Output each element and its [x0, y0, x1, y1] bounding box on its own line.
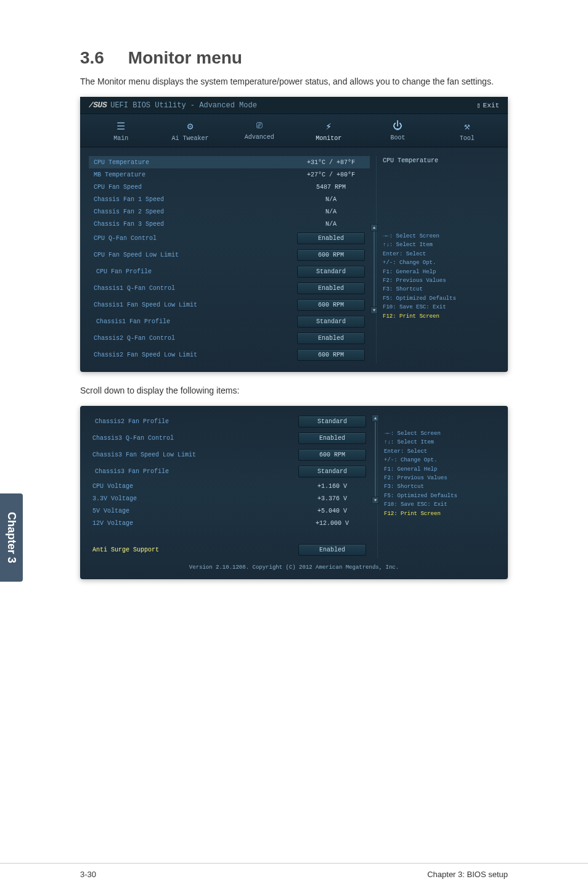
help-line: ↑↓: Select Item: [384, 438, 500, 447]
setting-row[interactable]: [88, 529, 371, 542]
tab-ai-tweaker[interactable]: ⚙ Ai Tweaker: [155, 114, 224, 147]
setting-label: CPU Fan Speed Low Limit: [94, 252, 297, 258]
setting-row[interactable]: Chassis Fan 1 SpeedN/A: [89, 193, 370, 205]
setting-row[interactable]: Chassis1 Q-Fan ControlEnabled: [89, 280, 370, 297]
help-line: +/-: Change Opt.: [384, 456, 500, 464]
setting-label: Chassis2 Fan Speed Low Limit: [94, 352, 297, 358]
setting-row[interactable]: Chassis3 Q-Fan ControlEnabled: [88, 430, 371, 447]
setting-row[interactable]: 12V Voltage+12.000 V: [88, 517, 371, 529]
setting-label: MB Temperature: [94, 171, 297, 178]
setting-row[interactable]: Chassis2 Q-Fan ControlEnabled: [89, 330, 370, 347]
setting-row[interactable]: Chassis3 Fan Speed Low Limit600 RPM: [88, 447, 371, 463]
tab-label: Advanced: [245, 134, 274, 141]
scroll-track[interactable]: [375, 422, 376, 497]
page-number: 3-30: [80, 870, 96, 879]
setting-value: N/A: [297, 208, 365, 215]
setting-value-dropdown[interactable]: Enabled: [297, 332, 365, 344]
setting-label: Chassis2 Q-Fan Control: [94, 335, 297, 342]
help-line: F3: Shortcut: [383, 285, 499, 294]
setting-value: 5487 RPM: [297, 184, 365, 191]
setting-value-dropdown[interactable]: Standard: [297, 316, 365, 328]
setting-label: CPU Q-Fan Control: [94, 235, 297, 242]
setting-row[interactable]: Anti Surge SupportEnabled: [88, 542, 371, 558]
setting-label: Chassis1 Fan Profile: [94, 318, 297, 325]
bios-help-panel: →←: Select Screen↑↓: Select ItemEnter: S…: [377, 413, 500, 558]
help-title: CPU Temperature: [383, 156, 499, 170]
section-title-text: Monitor menu: [128, 48, 242, 67]
setting-row[interactable]: MB Temperature+27°C / +80°F: [89, 168, 370, 181]
setting-label: 5V Voltage: [92, 508, 298, 514]
bios-help-panel: CPU Temperature →←: Select Screen↑↓: Sel…: [376, 156, 499, 363]
section-heading: 3.6 Monitor menu: [80, 48, 508, 68]
help-line: Enter: Select: [384, 447, 500, 456]
tab-tool[interactable]: ⚒ Tool: [433, 114, 502, 147]
setting-row[interactable]: Chassis2 Fan ProfileStandard: [88, 413, 371, 430]
setting-row[interactable]: 3.3V Voltage+3.376 V: [88, 492, 371, 505]
setting-row[interactable]: Chassis Fan 3 SpeedN/A: [89, 218, 370, 230]
setting-label: CPU Voltage: [92, 483, 298, 490]
tab-boot[interactable]: ⏻ Boot: [363, 114, 432, 147]
bios-settings-list-lower: Chassis2 Fan ProfileStandardChassis3 Q-F…: [88, 413, 377, 558]
setting-row[interactable]: CPU Fan Speed Low Limit600 RPM: [89, 247, 370, 263]
setting-label: 12V Voltage: [92, 520, 298, 527]
tab-main[interactable]: ☰ Main: [86, 114, 155, 147]
section-number: 3.6: [80, 48, 104, 67]
setting-label: CPU Fan Profile: [94, 268, 297, 275]
tab-label: Boot: [390, 134, 405, 141]
tab-monitor[interactable]: ⚡ Monitor: [294, 114, 363, 147]
setting-label: CPU Fan Speed: [94, 184, 297, 191]
tool-icon: ⚒: [433, 120, 502, 133]
bios-brand-logo: /SUS: [89, 101, 107, 110]
help-line: →←: Select Screen: [384, 429, 500, 438]
setting-value-dropdown[interactable]: Standard: [298, 466, 366, 477]
setting-row[interactable]: 5V Voltage+5.040 V: [88, 505, 371, 517]
exit-button[interactable]: ▯ Exit: [476, 101, 499, 109]
setting-row[interactable]: CPU Q-Fan ControlEnabled: [89, 230, 370, 247]
setting-row[interactable]: CPU Voltage+1.160 V: [88, 480, 371, 492]
setting-value: +5.040 V: [298, 508, 366, 514]
setting-value-dropdown[interactable]: Standard: [297, 266, 365, 278]
setting-row[interactable]: Chassis3 Fan ProfileStandard: [88, 463, 371, 480]
setting-row[interactable]: CPU Fan Speed5487 RPM: [89, 181, 370, 193]
tab-label: Main: [113, 135, 128, 142]
help-line: F3: Shortcut: [384, 482, 500, 491]
setting-label: Chassis Fan 3 Speed: [94, 221, 297, 228]
setting-row[interactable]: Chassis Fan 2 SpeedN/A: [89, 205, 370, 218]
chapter-label: Chapter 3: BIOS setup: [427, 870, 508, 879]
setting-value-dropdown[interactable]: 600 RPM: [297, 299, 365, 311]
scroll-down-arrow[interactable]: ▼: [372, 497, 379, 504]
power-icon: ⏻: [363, 120, 432, 132]
section-description: The Monitor menu displays the system tem…: [80, 75, 508, 88]
scroll-down-arrow[interactable]: ▼: [370, 307, 378, 314]
setting-row[interactable]: Chassis1 Fan Speed Low Limit600 RPM: [89, 297, 370, 313]
tab-advanced[interactable]: ⎚ Advanced: [225, 114, 294, 147]
setting-value-dropdown[interactable]: Enabled: [298, 544, 366, 556]
setting-value-dropdown[interactable]: 600 RPM: [297, 249, 365, 261]
setting-value-dropdown[interactable]: Enabled: [297, 233, 365, 244]
help-line: F12: Print Screen: [384, 510, 500, 518]
scroll-track[interactable]: [374, 231, 375, 307]
setting-value-dropdown[interactable]: Standard: [298, 416, 366, 427]
setting-value-dropdown[interactable]: Enabled: [297, 283, 365, 294]
bios-tab-bar: ☰ Main ⚙ Ai Tweaker ⎚ Advanced ⚡ Monitor…: [80, 114, 508, 147]
setting-value: +27°C / +80°F: [297, 171, 365, 178]
setting-row[interactable]: CPU Fan ProfileStandard: [89, 263, 370, 280]
setting-value: N/A: [297, 221, 365, 228]
setting-row[interactable]: Chassis1 Fan ProfileStandard: [89, 313, 370, 330]
scrollbar[interactable]: ▲ ▼: [371, 415, 380, 504]
setting-value-dropdown[interactable]: 600 RPM: [297, 349, 365, 361]
setting-row[interactable]: CPU Temperature+31°C / +87°F: [89, 156, 370, 168]
setting-row[interactable]: Chassis2 Fan Speed Low Limit600 RPM: [89, 347, 370, 363]
setting-value-dropdown[interactable]: 600 RPM: [298, 449, 366, 461]
help-line: F12: Print Screen: [383, 312, 499, 321]
help-line: F2: Previous Values: [384, 474, 500, 482]
setting-value: +3.376 V: [298, 495, 366, 502]
setting-label: Chassis1 Fan Speed Low Limit: [94, 302, 297, 308]
scrollbar[interactable]: ▲ ▼: [370, 224, 378, 314]
setting-label: Chassis2 Fan Profile: [92, 418, 298, 425]
setting-value-dropdown[interactable]: Enabled: [298, 432, 366, 444]
scroll-up-arrow[interactable]: ▲: [372, 415, 379, 422]
help-line: F5: Optimized Defaults: [384, 492, 500, 500]
scroll-up-arrow[interactable]: ▲: [370, 224, 378, 231]
help-line: F10: Save ESC: Exit: [383, 303, 499, 311]
